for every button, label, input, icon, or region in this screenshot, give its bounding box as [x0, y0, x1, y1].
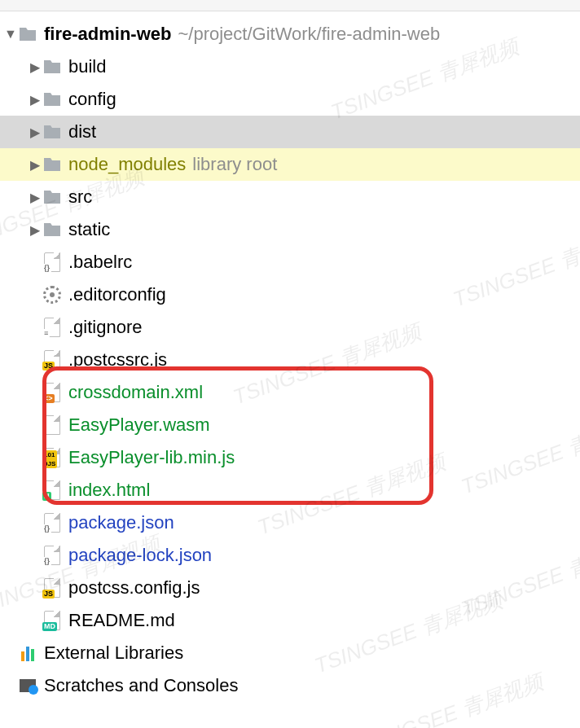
file-label: EasyPlayer-lib.min.js	[68, 447, 235, 468]
project-tree: ▼ fire-admin-web ~/project/GitWork/fire-…	[0, 11, 580, 702]
external-libraries-label: External Libraries	[44, 642, 183, 664]
tree-file-index-html[interactable]: ▶ H index.html	[0, 474, 580, 507]
minjs-file-icon: 1010JS	[42, 448, 62, 467]
chevron-right-icon[interactable]: ▶	[28, 125, 42, 140]
file-label: .editorconfig	[68, 284, 166, 305]
json-file-icon: {}	[42, 513, 62, 533]
tree-file-babelrc[interactable]: ▶ {} .babelrc	[0, 246, 580, 278]
file-label: .postcssrc.js	[68, 349, 167, 371]
folder-label: config	[68, 89, 116, 110]
file-label: .babelrc	[68, 252, 132, 273]
html-file-icon: H	[42, 480, 62, 500]
tree-folder-node-modules[interactable]: ▶ node_modules library root	[0, 148, 580, 181]
library-root-hint: library root	[192, 154, 277, 175]
xml-file-icon: <>	[42, 383, 62, 402]
file-label: crossdomain.xml	[68, 382, 203, 403]
tree-file-package-json[interactable]: ▶ {} package.json	[0, 507, 580, 539]
scratches-label: Scratches and Consoles	[44, 675, 238, 696]
tree-file-postcssrc[interactable]: ▶ JS .postcssrc.js	[0, 344, 580, 376]
tree-file-editorconfig[interactable]: ▶ .editorconfig	[0, 278, 580, 311]
file-label: index.html	[68, 480, 150, 501]
generic-file-icon	[42, 415, 62, 435]
json-file-icon: {}	[42, 546, 62, 565]
scratches-icon	[18, 676, 37, 695]
folder-icon	[42, 122, 62, 142]
folder-label: static	[68, 219, 110, 240]
chevron-right-icon[interactable]: ▶	[28, 190, 42, 205]
tree-folder-build[interactable]: ▶ build	[0, 50, 580, 83]
js-file-icon: JS	[42, 578, 62, 598]
tree-root-row[interactable]: ▼ fire-admin-web ~/project/GitWork/fire-…	[0, 18, 580, 50]
panel-top-bar	[0, 0, 580, 11]
folder-icon	[42, 155, 62, 174]
folder-icon	[42, 220, 62, 239]
markdown-file-icon: MD	[42, 611, 62, 630]
tree-scratches[interactable]: ▶ Scratches and Consoles	[0, 669, 580, 702]
chevron-right-icon[interactable]: ▶	[28, 92, 42, 107]
file-label: postcss.config.js	[68, 577, 200, 599]
file-label: package-lock.json	[68, 545, 212, 566]
gear-icon	[42, 285, 62, 305]
tree-folder-dist[interactable]: ▶ dist	[0, 116, 580, 148]
tree-file-gitignore[interactable]: ▶ ≡ .gitignore	[0, 311, 580, 344]
file-label: .gitignore	[68, 317, 143, 338]
tree-file-readme[interactable]: ▶ MD README.md	[0, 604, 580, 637]
tree-file-package-lock[interactable]: ▶ {} package-lock.json	[0, 539, 580, 572]
tree-file-postcss-config[interactable]: ▶ JS postcss.config.js	[0, 572, 580, 604]
folder-icon	[42, 187, 62, 207]
file-label: package.json	[68, 512, 174, 533]
root-name: fire-admin-web	[44, 24, 171, 45]
folder-label: src	[68, 186, 92, 208]
folder-icon	[18, 24, 37, 44]
chevron-right-icon[interactable]: ▶	[28, 59, 42, 75]
folder-label: build	[68, 56, 106, 77]
file-label: EasyPlayer.wasm	[68, 414, 210, 436]
external-libraries-icon	[18, 643, 37, 663]
chevron-down-icon[interactable]: ▼	[3, 27, 18, 42]
file-label: README.md	[68, 610, 175, 631]
folder-icon	[42, 90, 62, 109]
tree-file-easyplayer-lib[interactable]: ▶ 1010JS EasyPlayer-lib.min.js	[0, 441, 580, 474]
js-file-icon: JS	[42, 350, 62, 370]
json-file-icon: {}	[42, 252, 62, 272]
tree-file-crossdomain[interactable]: ▶ <> crossdomain.xml	[0, 376, 580, 409]
folder-label: node_modules	[68, 154, 186, 175]
chevron-right-icon[interactable]: ▶	[28, 222, 42, 238]
tree-external-libraries[interactable]: ▶ External Libraries	[0, 637, 580, 669]
folder-icon	[42, 57, 62, 77]
folder-label: dist	[68, 121, 96, 143]
tree-folder-src[interactable]: ▶ src	[0, 181, 580, 213]
root-path: ~/project/GitWork/fire-admin-web	[178, 24, 440, 45]
tree-folder-static[interactable]: ▶ static	[0, 213, 580, 246]
tree-file-easyplayer-wasm[interactable]: ▶ EasyPlayer.wasm	[0, 409, 580, 441]
text-file-icon: ≡	[42, 318, 62, 337]
chevron-right-icon[interactable]: ▶	[28, 157, 42, 173]
tree-folder-config[interactable]: ▶ config	[0, 83, 580, 116]
